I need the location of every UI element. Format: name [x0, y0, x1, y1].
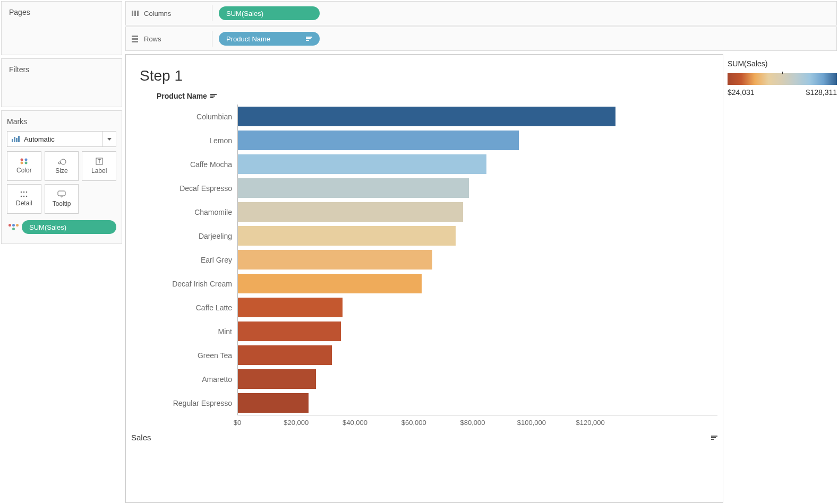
category-label[interactable]: Regular Espresso [131, 391, 237, 415]
marks-color-button[interactable]: Color [7, 151, 41, 181]
bar[interactable] [238, 226, 456, 246]
category-label[interactable]: Decaf Espresso [131, 176, 237, 200]
svg-rect-18 [132, 36, 138, 37]
label-icon: T [96, 158, 103, 165]
bar-row [238, 343, 717, 367]
bar[interactable] [238, 274, 422, 293]
marks-color-pill-row[interactable]: SUM(Sales) [7, 220, 116, 234]
svg-point-4 [58, 162, 61, 164]
bar[interactable] [238, 298, 343, 317]
rows-pill[interactable]: Product Name [219, 32, 320, 46]
columns-icon [131, 10, 139, 17]
bar[interactable] [238, 131, 519, 150]
bar[interactable] [238, 250, 432, 270]
bar-row [238, 128, 717, 152]
sort-desc-icon [711, 436, 717, 440]
bar-row [238, 391, 717, 415]
bar-row [238, 248, 717, 272]
svg-point-9 [23, 192, 25, 193]
legend-gradient[interactable] [728, 73, 837, 85]
bar[interactable] [238, 154, 486, 174]
marks-type-label: Automatic [24, 135, 55, 143]
sort-desc-icon [210, 94, 217, 98]
color-icon [20, 158, 28, 164]
color-pill[interactable]: SUM(Sales) [22, 220, 116, 234]
tooltip-icon [57, 190, 66, 198]
columns-pill[interactable]: SUM(Sales) [219, 6, 320, 20]
svg-point-1 [25, 159, 28, 161]
category-label[interactable]: Caffe Latte [131, 296, 237, 319]
dimension-header[interactable]: Product Name [157, 92, 217, 100]
bar[interactable] [238, 345, 332, 365]
bar-row [238, 200, 717, 224]
filters-title: Filters [9, 65, 114, 74]
svg-rect-14 [58, 191, 65, 196]
bar-row [238, 105, 717, 128]
category-label[interactable]: Green Tea [131, 343, 237, 367]
bar-row [238, 272, 717, 296]
svg-point-12 [23, 196, 25, 197]
detail-icon [20, 191, 28, 197]
color-legend[interactable]: SUM(Sales) $24,031 $128,311 [728, 54, 837, 503]
viz-title: Step 1 [140, 67, 717, 84]
svg-rect-19 [132, 38, 138, 40]
pages-shelf[interactable]: Pages [1, 1, 122, 55]
category-label[interactable]: Chamomile [131, 200, 237, 224]
bar[interactable] [238, 393, 309, 413]
bar[interactable] [238, 202, 463, 222]
svg-rect-15 [132, 11, 133, 16]
bar[interactable] [238, 107, 615, 126]
marks-card: Marks Automatic Color [1, 110, 122, 244]
columns-shelf[interactable]: Columns SUM(Sales) [125, 1, 837, 25]
marks-label-label: Label [91, 167, 107, 175]
category-label[interactable]: Darjeeling [131, 224, 237, 248]
filters-shelf[interactable]: Filters [1, 58, 122, 107]
category-label[interactable]: Columbian [131, 105, 237, 128]
marks-size-button[interactable]: Size [45, 151, 79, 181]
svg-rect-20 [132, 41, 138, 42]
rows-label: Rows [144, 35, 161, 43]
svg-point-5 [61, 159, 66, 164]
viz-canvas: Step 1 Product Name ColumbianLemonCaffe … [125, 54, 723, 503]
svg-text:T: T [98, 159, 101, 164]
bar[interactable] [238, 369, 316, 389]
category-label[interactable]: Decaf Irish Cream [131, 272, 237, 296]
marks-title: Marks [7, 117, 116, 126]
bar-row [238, 224, 717, 248]
bar-row [238, 176, 717, 200]
size-icon [57, 158, 66, 165]
marks-detail-button[interactable]: Detail [7, 184, 41, 214]
svg-rect-17 [137, 11, 139, 16]
category-label[interactable]: Caffe Mocha [131, 152, 237, 176]
bar[interactable] [238, 321, 341, 341]
category-label[interactable]: Amaretto [131, 367, 237, 391]
category-label[interactable]: Lemon [131, 128, 237, 152]
svg-point-11 [21, 196, 22, 197]
category-label[interactable]: Earl Grey [131, 248, 237, 272]
x-axis-title[interactable]: Sales [131, 433, 717, 442]
marks-type-select[interactable]: Automatic [7, 131, 116, 147]
dropdown-arrow-icon[interactable] [102, 131, 116, 147]
rows-icon [131, 35, 139, 42]
svg-point-0 [21, 159, 23, 161]
x-tick-label: $40,000 [343, 419, 367, 427]
svg-point-2 [21, 162, 23, 164]
bar-row [238, 367, 717, 391]
category-label[interactable]: Mint [131, 319, 237, 343]
columns-label: Columns [144, 10, 171, 18]
x-tick-label: $0 [234, 419, 241, 427]
svg-rect-16 [134, 11, 136, 16]
bar[interactable] [238, 178, 469, 198]
x-tick-label: $20,000 [284, 419, 309, 427]
x-tick-label: $100,000 [517, 419, 546, 427]
sort-desc-icon [306, 37, 312, 41]
marks-color-label: Color [16, 167, 32, 174]
pages-title: Pages [9, 8, 114, 16]
x-tick-label: $120,000 [576, 419, 604, 427]
rows-shelf[interactable]: Rows Product Name [125, 27, 837, 51]
svg-point-3 [25, 162, 28, 164]
marks-tooltip-button[interactable]: Tooltip [45, 184, 79, 214]
marks-tooltip-label: Tooltip [53, 200, 71, 207]
columns-pill-label: SUM(Sales) [226, 10, 263, 18]
marks-label-button[interactable]: T Label [82, 151, 116, 181]
